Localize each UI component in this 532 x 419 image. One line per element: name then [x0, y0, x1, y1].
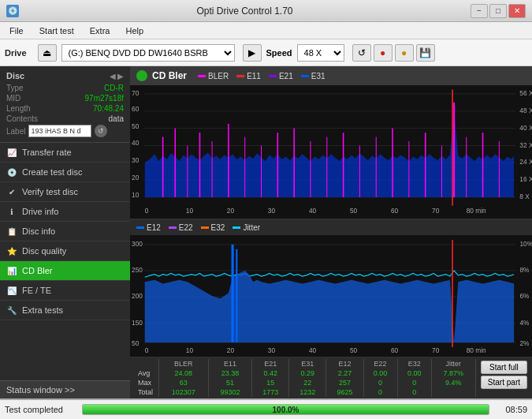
save-icon[interactable]: 💾: [416, 44, 435, 62]
svg-text:250: 250: [132, 266, 143, 275]
svg-text:70: 70: [132, 89, 140, 97]
svg-text:50: 50: [132, 339, 139, 347]
status-window-label: Status window >>: [6, 385, 75, 395]
status-text: Test completed: [5, 405, 76, 414]
contents-value: data: [109, 114, 124, 123]
sidebar-item-disc-quality[interactable]: ⭐ Disc quality: [0, 241, 130, 261]
drive-read-icon[interactable]: ▶: [243, 44, 262, 62]
mid-label: MID: [6, 94, 20, 103]
start-full-button[interactable]: Start full: [481, 361, 527, 374]
fe-te-icon: 📉: [6, 285, 17, 296]
sidebar-item-create-test-disc[interactable]: 💿 Create test disc: [0, 163, 130, 182]
sidebar-item-disc-info[interactable]: 📋 Disc info: [0, 222, 130, 241]
drive-eject-icon[interactable]: ⏏: [38, 44, 57, 62]
drive-select[interactable]: (G:) BENQ DVD DD DW1640 BSRB: [61, 44, 235, 62]
sidebar-item-extra-tests[interactable]: 🔧 Extra tests: [0, 301, 130, 320]
sidebar-item-fe-te[interactable]: 📉 FE / TE: [0, 281, 130, 301]
disc-info-icon: 📋: [6, 226, 17, 237]
stats-header-e12: E12: [326, 359, 363, 368]
legend-e22: E22: [169, 223, 193, 232]
svg-text:40: 40: [309, 346, 316, 355]
menu-extra[interactable]: Extra: [84, 24, 117, 37]
legend-e31: E31: [301, 72, 326, 80]
progress-text: 100.0%: [83, 405, 489, 414]
menu-bar: File Start test Extra Help: [0, 22, 532, 39]
stats-row-max: Max 63 51 15 22 257 0 0 9.4%: [135, 378, 475, 387]
speed-refresh-icon[interactable]: ↺: [352, 44, 371, 62]
svg-text:10: 10: [186, 206, 194, 214]
stats-header-jitter: Jitter: [431, 359, 475, 368]
drive-label: Drive: [5, 48, 27, 58]
svg-text:16 X: 16 X: [519, 175, 532, 183]
minimize-button[interactable]: −: [471, 4, 488, 18]
transfer-rate-icon: 📈: [6, 147, 17, 158]
status-window-button[interactable]: Status window >>: [0, 380, 130, 398]
stats-header-e32: E32: [397, 359, 431, 368]
drive-bar: Drive ⏏ (G:) BENQ DVD DD DW1640 BSRB ▶ S…: [0, 39, 532, 66]
sidebar-item-cd-bler[interactable]: 📊 CD Bler: [0, 261, 130, 281]
menu-file[interactable]: File: [3, 24, 30, 37]
svg-text:2%: 2%: [519, 339, 529, 347]
svg-text:56 X: 56 X: [519, 89, 532, 97]
speed-label: Speed: [266, 48, 292, 58]
svg-text:30: 30: [268, 206, 276, 214]
jitter-chart-svg: 300 250 200 150 50 10% 8% 6% 4% 2%: [130, 235, 532, 357]
chart-legend-1: BLER E11 E21 E31: [198, 72, 326, 80]
verify-test-disc-icon: ✔: [6, 186, 17, 197]
drive-icon-group: ⏏: [38, 44, 57, 62]
legend-bler: BLER: [198, 72, 229, 80]
start-part-button[interactable]: Start part: [481, 376, 527, 389]
maximize-button[interactable]: □: [489, 4, 507, 18]
stats-row-total: Total 102307 99302 1773 1232 9625 0 0: [135, 387, 475, 397]
menu-start-test[interactable]: Start test: [33, 24, 80, 37]
menu-help[interactable]: Help: [119, 24, 150, 37]
svg-text:0: 0: [145, 346, 149, 355]
legend-e32: E32: [201, 223, 225, 232]
svg-text:30: 30: [268, 346, 275, 355]
disc-arrow-right[interactable]: ▶: [117, 72, 124, 80]
disc-red-icon[interactable]: ●: [374, 44, 392, 62]
top-chart: 70 60 50 40 30 20 10 56 X 48 X 40 X 32 X…: [130, 85, 532, 219]
sidebar-item-verify-test-disc[interactable]: ✔ Verify test disc: [0, 182, 130, 202]
create-test-disc-icon: 💿: [6, 166, 17, 178]
legend-e12: E12: [136, 223, 161, 232]
legend-e12-dot: [136, 226, 144, 229]
legend-e32-dot: [201, 226, 209, 229]
speed-select[interactable]: 48 X: [297, 44, 344, 62]
charts-container: 70 60 50 40 30 20 10 56 X 48 X 40 X 32 X…: [130, 85, 532, 357]
window-controls: − □ ✕: [471, 4, 526, 18]
disc-info-panel: Disc ◀ ▶ Type CD-R MID 97m27s18f Length …: [0, 66, 130, 143]
svg-text:6%: 6%: [519, 292, 529, 301]
sidebar: Disc ◀ ▶ Type CD-R MID 97m27s18f Length …: [0, 66, 130, 398]
svg-text:60: 60: [391, 346, 398, 355]
legend-e31-dot: [301, 75, 309, 77]
extra-tests-icon: 🔧: [6, 305, 17, 316]
speed-action-icons: ↺ ● ● 💾: [352, 44, 435, 62]
disc-label-icon[interactable]: ↺: [95, 125, 107, 137]
sidebar-item-drive-info[interactable]: ℹ Drive info: [0, 202, 130, 222]
type-value: CD-R: [104, 84, 124, 92]
svg-text:20: 20: [227, 206, 235, 214]
close-button[interactable]: ✕: [508, 4, 526, 18]
disc-arrow-left[interactable]: ◀: [110, 72, 116, 80]
stats-header-bler: BLER: [158, 359, 208, 368]
svg-text:10: 10: [186, 346, 193, 355]
speed-icon-group: ▶: [243, 44, 262, 62]
svg-text:20: 20: [227, 346, 234, 355]
chart-icon: [136, 70, 147, 81]
disc-section-title: Disc: [6, 71, 24, 80]
sidebar-nav: 📈 Transfer rate 💿 Create test disc ✔ Ver…: [0, 143, 130, 320]
svg-text:300: 300: [132, 240, 143, 249]
disc-label-input[interactable]: [28, 125, 91, 137]
disc-orange-icon[interactable]: ●: [395, 44, 414, 62]
svg-text:50: 50: [350, 346, 357, 355]
length-value: 70:48.24: [93, 104, 124, 113]
progress-bar-container: 100.0%: [82, 404, 489, 415]
svg-text:80 min: 80 min: [467, 346, 486, 355]
legend-bler-dot: [198, 75, 206, 77]
svg-text:24 X: 24 X: [519, 158, 532, 166]
legend-e11: E11: [236, 72, 261, 80]
bottom-chart: 300 250 200 150 50 10% 8% 6% 4% 2%: [130, 235, 532, 357]
main-content: Disc ◀ ▶ Type CD-R MID 97m27s18f Length …: [0, 66, 532, 398]
sidebar-item-transfer-rate[interactable]: 📈 Transfer rate: [0, 143, 130, 163]
